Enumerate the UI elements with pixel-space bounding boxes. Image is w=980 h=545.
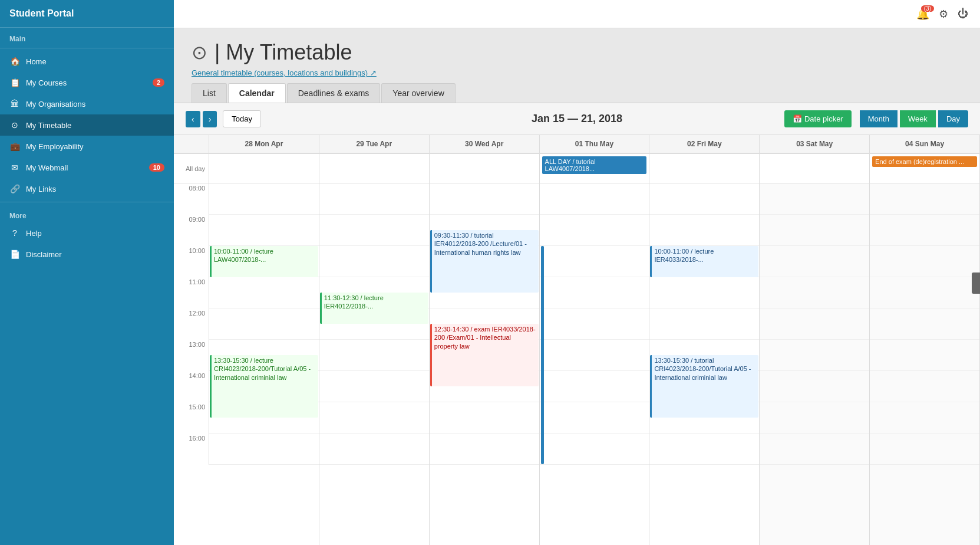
notification-badge: (3) <box>921 5 934 12</box>
view-week-button[interactable]: Week <box>900 110 936 127</box>
general-timetable-link[interactable]: General timetable (courses, locations an… <box>192 68 377 77</box>
allday-label: All day <box>174 154 209 183</box>
sidebar-item-my-organisations[interactable]: 🏛 My Organisations <box>0 93 174 114</box>
today-button[interactable]: Today <box>223 110 261 127</box>
hour-10-tue <box>319 246 429 277</box>
clock-icon: ⊙ <box>192 41 207 64</box>
hour-12-thu <box>540 308 649 340</box>
hour-13-tue <box>319 340 429 371</box>
power-icon[interactable]: ⏻ <box>958 8 968 20</box>
sidebar-item-label: Help <box>26 229 164 238</box>
event-cri4023-fri[interactable]: 13:30-15:30 / tutorial CRI4023/2018-200/… <box>650 355 758 418</box>
allday-event-exam-dereg[interactable]: End of exam (de)registration ... <box>872 156 977 167</box>
hour-12-sat <box>760 308 869 340</box>
hour-15-tue <box>319 402 429 434</box>
sidebar-item-home[interactable]: 🏠 Home <box>0 51 174 72</box>
tab-deadlines-exams[interactable]: Deadlines & exams <box>287 83 381 103</box>
sidebar-item-my-webmail[interactable]: ✉ My Webmail 10 <box>0 157 174 178</box>
calendar-nav: ‹ › Today <box>186 110 261 127</box>
hour-08-sun <box>870 183 979 215</box>
sidebar-item-my-employability[interactable]: 💼 My Employability <box>0 136 174 157</box>
event-thu-allday-bar <box>541 246 544 464</box>
hour-09-sat <box>760 215 869 246</box>
time-15: 15:00 <box>174 402 209 434</box>
event-law4007-mon[interactable]: 10:00-11:00 / lecture LAW4007/2018-... <box>210 246 318 277</box>
tab-list[interactable]: List <box>192 83 227 103</box>
view-month-button[interactable]: Month <box>860 110 897 127</box>
tab-calendar[interactable]: Calendar <box>228 83 286 103</box>
day-col-tue: 11:30-12:30 / lecture IER4012/2018-... <box>319 183 430 545</box>
allday-event-law4007[interactable]: ALL DAY / tutorial LAW4007/2018... <box>542 156 647 174</box>
app-name: Student Portal <box>9 8 74 18</box>
hour-15-sun <box>870 402 979 434</box>
prev-button[interactable]: ‹ <box>186 111 200 127</box>
time-09: 09:00 <box>174 215 209 246</box>
day-col-sun <box>870 183 980 545</box>
hour-08-tue <box>319 183 429 215</box>
allday-cell-wed <box>430 154 540 183</box>
notifications-icon[interactable]: 🔔(3) <box>916 8 929 21</box>
event-cri4023-mon[interactable]: 13:30-15:30 / lecture CRI4023/2018-200/T… <box>210 355 318 418</box>
col-header-tue: 29 Tue Apr <box>319 135 430 153</box>
courses-icon: 📋 <box>9 78 20 87</box>
sidebar-item-my-links[interactable]: 🔗 My Links <box>0 178 174 199</box>
page-header: ⊙ | My Timetable General timetable (cour… <box>174 28 980 103</box>
hour-08-fri <box>649 183 759 215</box>
allday-cell-thu[interactable]: ALL DAY / tutorial LAW4007/2018... <box>540 154 650 183</box>
hour-10-thu <box>540 246 649 277</box>
next-button[interactable]: › <box>203 111 217 127</box>
sidebar-item-help[interactable]: ? Help <box>0 222 174 244</box>
sidebar-item-label: Home <box>26 57 164 66</box>
sidebar-item-label: My Webmail <box>26 163 149 172</box>
event-ier4012-wed-tutorial[interactable]: 09:30-11:30 / tutorial IER4012/2018-200 … <box>430 230 539 293</box>
hour-16-sun <box>870 434 979 465</box>
event-ier4012-tue[interactable]: 11:30-12:30 / lecture IER4012/2018-... <box>320 293 428 324</box>
hour-08-thu <box>540 183 649 215</box>
help-icon: ? <box>9 228 20 238</box>
time-10: 10:00 <box>174 246 209 277</box>
event-ier4033-fri[interactable]: 10:00-11:00 / lecture IER4033/2018-... <box>650 246 758 277</box>
hour-14-thu <box>540 371 649 402</box>
sidebar-item-my-courses[interactable]: 📋 My Courses 2 <box>0 72 174 93</box>
hour-09-fri <box>649 215 759 246</box>
settings-icon[interactable]: ⚙ <box>939 8 948 21</box>
sidebar-item-my-timetable[interactable]: ⊙ My Timetable <box>0 114 174 136</box>
hour-13-sat <box>760 340 869 371</box>
col-header-sun: 04 Sun May <box>870 135 980 153</box>
feedback-tab[interactable]: Feedback <box>972 272 980 294</box>
page-title: | My Timetable <box>215 40 352 65</box>
time-12: 12:00 <box>174 308 209 340</box>
page-subtitle: General timetable (courses, locations an… <box>192 68 962 77</box>
sidebar-header: Student Portal <box>0 0 174 28</box>
hour-11-mon <box>209 277 319 308</box>
col-header-fri: 02 Fri May <box>649 135 760 153</box>
home-icon: 🏠 <box>9 57 20 66</box>
hour-16-tue <box>319 434 429 465</box>
hour-09-thu <box>540 215 649 246</box>
calendar-title: Jan 15 — 21, 2018 <box>532 113 622 125</box>
day-col-thu <box>540 183 650 545</box>
view-day-button[interactable]: Day <box>938 110 968 127</box>
tab-year-overview[interactable]: Year overview <box>381 83 455 103</box>
day-col-sat <box>760 183 870 545</box>
allday-cell-mon <box>209 154 319 183</box>
sidebar-item-disclaimer[interactable]: 📄 Disclaimer <box>0 244 174 265</box>
date-picker-button[interactable]: 📅 Date picker <box>784 110 851 127</box>
time-11: 11:00 <box>174 277 209 308</box>
sidebar-item-label: My Organisations <box>26 100 164 109</box>
hour-10-sun <box>870 246 979 277</box>
allday-cell-sun[interactable]: End of exam (de)registration ... <box>870 154 980 183</box>
courses-badge: 2 <box>153 78 164 87</box>
hour-09-tue <box>319 215 429 246</box>
hour-14-sat <box>760 371 869 402</box>
time-header-empty <box>174 135 209 153</box>
hour-10-sat <box>760 246 869 277</box>
event-ier4033-wed-exam[interactable]: 12:30-14:30 / exam IER4033/2018-200 /Exa… <box>430 324 539 386</box>
tabs-container: List Calendar Deadlines & exams Year ove… <box>192 83 962 103</box>
hour-08-mon <box>209 183 319 215</box>
links-icon: 🔗 <box>9 184 20 193</box>
hour-08-sat <box>760 183 869 215</box>
time-08: 08:00 <box>174 183 209 215</box>
hour-16-mon <box>209 434 319 465</box>
allday-row: All day ALL DAY / tutorial LAW4007/2018.… <box>174 154 980 183</box>
